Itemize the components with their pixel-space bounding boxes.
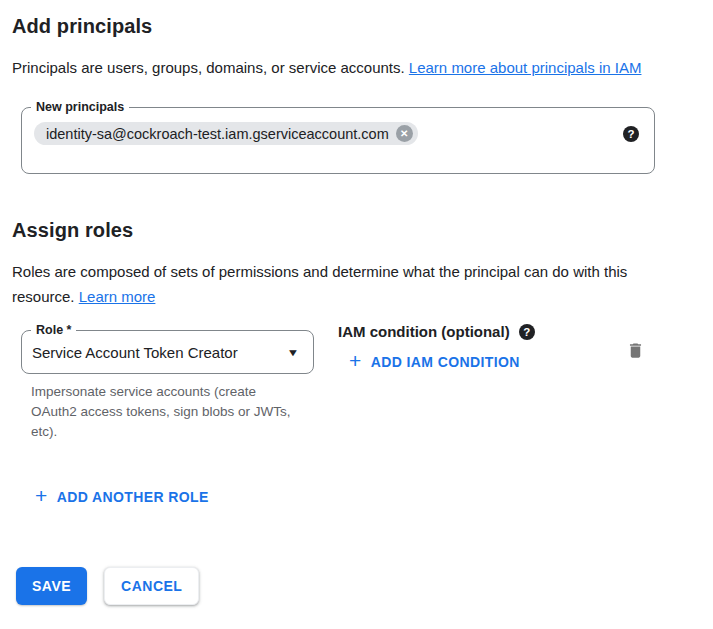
add-iam-condition-label: ADD IAM CONDITION	[371, 354, 520, 370]
add-iam-condition-button[interactable]: + ADD IAM CONDITION	[349, 354, 520, 370]
trash-icon	[626, 340, 645, 361]
plus-icon: +	[349, 353, 362, 369]
add-another-role-button[interactable]: + ADD ANOTHER ROLE	[35, 489, 209, 505]
roles-description: Roles are composed of sets of permission…	[12, 259, 637, 309]
chip-remove-icon[interactable]: ✕	[396, 125, 413, 142]
page-title: Add principals	[12, 15, 701, 38]
principal-chip-value: identity-sa@cockroach-test.iam.gservicea…	[46, 126, 389, 142]
role-select[interactable]: Role * Service Account Token Creator ▼	[21, 330, 314, 374]
principals-help-icon[interactable]: ?	[623, 126, 639, 142]
chevron-down-icon: ▼	[287, 347, 300, 358]
role-helper-text: Impersonate service accounts (create OAu…	[31, 382, 303, 442]
plus-icon: +	[35, 488, 48, 504]
cancel-button[interactable]: CANCEL	[104, 567, 199, 605]
learn-more-roles-link[interactable]: Learn more	[79, 288, 156, 305]
principals-description-text: Principals are users, groups, domains, o…	[12, 59, 409, 76]
add-another-role-label: ADD ANOTHER ROLE	[57, 489, 209, 505]
role-column: Role * Service Account Token Creator ▼ I…	[21, 330, 314, 442]
learn-more-principals-link[interactable]: Learn more about principals in IAM	[409, 59, 642, 76]
save-button[interactable]: SAVE	[16, 567, 87, 605]
iam-condition-label: IAM condition (optional)	[338, 323, 510, 340]
footer-actions: SAVE CANCEL	[16, 567, 701, 605]
role-select-value: Service Account Token Creator	[32, 344, 238, 361]
new-principals-label: New principals	[31, 99, 129, 116]
principal-chip: identity-sa@cockroach-test.iam.gservicea…	[34, 122, 418, 145]
assign-roles-title: Assign roles	[12, 219, 701, 242]
iam-condition-help-icon[interactable]: ?	[519, 324, 535, 340]
delete-role-button[interactable]	[626, 340, 645, 361]
role-select-label: Role *	[31, 322, 76, 339]
new-principals-field[interactable]: New principals identity-sa@cockroach-tes…	[21, 107, 655, 174]
iam-condition-column: IAM condition (optional) ? + ADD IAM CON…	[338, 323, 626, 372]
add-principals-panel: Add principals Principals are users, gro…	[0, 0, 713, 605]
iam-condition-label-row: IAM condition (optional) ?	[338, 323, 626, 340]
principals-description: Principals are users, groups, domains, o…	[12, 55, 684, 80]
role-row: Role * Service Account Token Creator ▼ I…	[21, 330, 655, 442]
